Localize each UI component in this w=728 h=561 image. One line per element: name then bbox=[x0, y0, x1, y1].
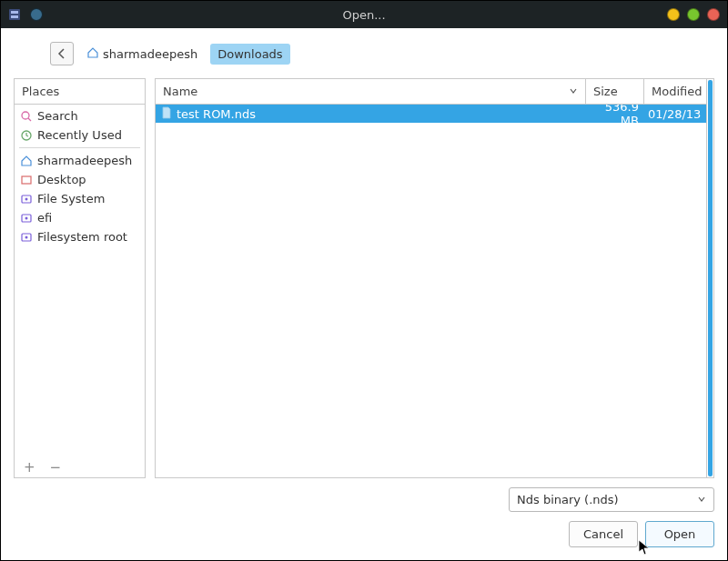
places-item-filesystem[interactable]: File System bbox=[15, 189, 145, 208]
titlebar: Open... bbox=[1, 1, 727, 28]
column-header-size[interactable]: Size bbox=[586, 79, 644, 104]
desktop-icon bbox=[19, 173, 33, 186]
footer: Nds binary (.nds) Cancel Open bbox=[14, 487, 714, 547]
places-item-search[interactable]: Search bbox=[15, 106, 145, 125]
chevron-down-icon bbox=[697, 493, 706, 506]
file-icon bbox=[160, 106, 173, 122]
file-rows[interactable]: test ROM.nds 536.9 MB 01/28/13 bbox=[156, 105, 706, 477]
scrollbar-thumb[interactable] bbox=[708, 80, 713, 476]
open-button-label: Open bbox=[664, 527, 696, 541]
places-separator bbox=[19, 147, 140, 148]
svg-line-4 bbox=[28, 118, 31, 121]
file-open-dialog: Open... sharmadeepesh Downloads P bbox=[0, 0, 728, 561]
places-toolbar: + − bbox=[15, 457, 145, 477]
places-item-label: Search bbox=[37, 109, 78, 123]
svg-point-8 bbox=[25, 197, 27, 200]
cancel-button-label: Cancel bbox=[583, 527, 623, 541]
home-icon bbox=[19, 154, 33, 167]
disk-icon bbox=[19, 230, 33, 244]
places-header: Places bbox=[15, 79, 145, 105]
places-item-efi[interactable]: efi bbox=[15, 208, 145, 227]
add-bookmark-button[interactable]: + bbox=[24, 461, 35, 475]
path-bar: sharmadeepesh Downloads bbox=[14, 38, 714, 69]
remove-bookmark-button[interactable]: − bbox=[50, 461, 62, 475]
places-list: Search Recently Used sharmadeepesh bbox=[15, 105, 145, 457]
main-content: Places Search Recently Used bbox=[14, 78, 714, 478]
svg-point-12 bbox=[25, 235, 27, 238]
disk-icon bbox=[19, 211, 33, 225]
places-item-label: sharmadeepesh bbox=[37, 154, 132, 167]
sort-indicator-icon bbox=[569, 85, 578, 98]
breadcrumb-home-label: sharmadeepesh bbox=[103, 47, 197, 61]
places-item-label: Recently Used bbox=[37, 128, 122, 142]
file-name: test ROM.nds bbox=[177, 107, 256, 121]
column-headers: Name Size Modified bbox=[156, 79, 706, 105]
svg-rect-6 bbox=[22, 176, 31, 184]
action-buttons: Cancel Open bbox=[569, 521, 714, 547]
places-item-recent[interactable]: Recently Used bbox=[15, 125, 145, 145]
back-button[interactable] bbox=[50, 42, 74, 65]
disk-icon bbox=[19, 192, 33, 205]
breadcrumb-current[interactable]: Downloads bbox=[210, 44, 289, 65]
open-button[interactable]: Open bbox=[645, 521, 714, 547]
places-item-label: File System bbox=[37, 192, 105, 205]
places-item-fsroot[interactable]: Filesystem root bbox=[15, 227, 145, 246]
places-item-label: Filesystem root bbox=[37, 230, 127, 244]
places-panel: Places Search Recently Used bbox=[14, 78, 146, 478]
dialog-body: sharmadeepesh Downloads Places Search bbox=[1, 28, 727, 560]
home-icon bbox=[86, 46, 99, 62]
file-modified: 01/28/13 bbox=[644, 107, 706, 121]
column-header-name[interactable]: Name bbox=[156, 79, 586, 104]
chevron-left-icon bbox=[56, 48, 67, 59]
column-header-modified[interactable]: Modified bbox=[644, 79, 706, 104]
breadcrumb-current-label: Downloads bbox=[217, 47, 282, 61]
file-size: 536.9 MB bbox=[586, 105, 644, 127]
column-header-name-label: Name bbox=[163, 85, 197, 98]
file-type-filter[interactable]: Nds binary (.nds) bbox=[509, 487, 714, 512]
file-list-panel: Name Size Modified bbox=[155, 78, 707, 478]
file-area: Name Size Modified bbox=[155, 78, 714, 478]
search-icon bbox=[19, 109, 33, 123]
file-scrollbar[interactable] bbox=[707, 78, 714, 478]
svg-point-10 bbox=[25, 216, 27, 219]
places-item-home[interactable]: sharmadeepesh bbox=[15, 151, 145, 170]
svg-point-3 bbox=[22, 112, 29, 119]
places-item-desktop[interactable]: Desktop bbox=[15, 170, 145, 189]
window-title: Open... bbox=[1, 8, 727, 22]
recent-icon bbox=[19, 128, 33, 142]
cancel-button[interactable]: Cancel bbox=[569, 521, 638, 547]
breadcrumb-home[interactable]: sharmadeepesh bbox=[79, 43, 205, 65]
column-header-modified-label: Modified bbox=[652, 85, 702, 98]
places-item-label: efi bbox=[37, 211, 52, 225]
places-item-label: Desktop bbox=[37, 173, 86, 186]
column-header-size-label: Size bbox=[593, 85, 618, 98]
file-row[interactable]: test ROM.nds 536.9 MB 01/28/13 bbox=[156, 105, 706, 123]
file-type-filter-label: Nds binary (.nds) bbox=[517, 493, 619, 506]
